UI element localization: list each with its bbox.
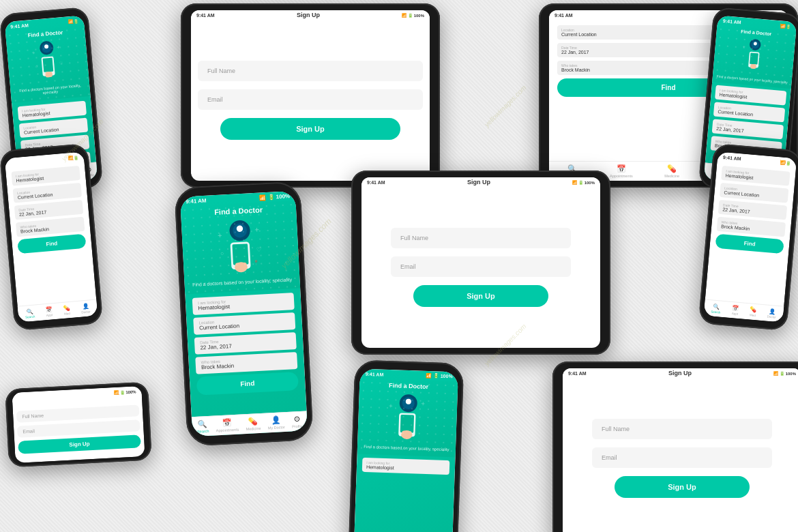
email-input[interactable]: Email	[198, 89, 423, 110]
svg-rect-4	[42, 58, 53, 72]
svg-text:○: ○	[35, 65, 38, 69]
signup-btn-10[interactable]: Sign Up	[615, 476, 750, 498]
fullname-input-7[interactable]: Full Name	[391, 228, 571, 248]
device-10-tablet-signup: 9:41 AM Sign Up 📶 🔋 100% Full Name Email…	[552, 361, 798, 532]
device-2-tablet-signup: 9:41 AM Sign Up 📶 🔋 100% Full Name Email…	[181, 3, 440, 188]
svg-rect-36	[400, 415, 413, 433]
device-9-phone-landscape-signup: . 📶 🔋 100% Full Name Email Sign Up	[5, 382, 152, 468]
email-10[interactable]: Email	[592, 447, 772, 468]
dt-11: Date Time 22 Jan, 2017	[718, 200, 787, 220]
svg-rect-15	[750, 53, 758, 64]
svg-text:+: +	[763, 43, 767, 48]
device-7-tablet-signup: 9:41 AM Sign Up 📶 🔋 100% Full Name Email…	[351, 171, 610, 355]
loc-6: Location Current Location	[193, 312, 295, 335]
dt-6: Date Time 22 Jan, 2017	[194, 332, 297, 355]
svg-text:♡: ♡	[59, 61, 63, 65]
find-btn-5[interactable]: Find	[17, 234, 86, 254]
svg-text:+: +	[56, 44, 60, 50]
svg-text:📍: 📍	[252, 259, 259, 266]
lf-5: I am looking for Hematologist	[11, 166, 80, 186]
svg-text:+: +	[254, 225, 259, 233]
svg-text:+: +	[31, 50, 35, 56]
doctor-illustration: + + ○ ♡	[27, 38, 68, 83]
doctor-illustration-6: + + ○ ♡ 📍	[211, 218, 269, 275]
doctor-illustration-4: + +	[737, 36, 771, 73]
device-8-phone-teal: 9:41 AM 📶 🔋 100% Find a Doctor + + F	[348, 359, 464, 532]
svg-text:○: ○	[220, 250, 224, 256]
find-btn-11[interactable]: Find	[715, 234, 784, 254]
svg-rect-26	[235, 263, 247, 271]
status-bar-2: 9:41 AM Sign Up 📶 🔋 100%	[191, 10, 430, 20]
svg-rect-6	[45, 72, 53, 78]
wt-6: Who takes Brock Mackin	[195, 352, 297, 374]
svg-text:+: +	[421, 400, 425, 407]
svg-text:+: +	[217, 231, 222, 239]
loc-11: Location Current Location	[720, 183, 788, 203]
svg-text:♡: ♡	[256, 246, 261, 253]
device-6-big-phone-teal: 9:41 AM 📶 🔋 100% Find a Doctor + + ○	[174, 181, 314, 446]
lf-6: I am looking for Hematologist	[192, 293, 295, 315]
doctor-illustration-8: + +	[385, 392, 430, 441]
svg-text:+: +	[389, 402, 393, 409]
svg-rect-17	[750, 64, 756, 69]
loc-5: Location Current Location	[13, 183, 82, 203]
status-bar-10: 9:41 AM Sign Up 📶 🔋 100%	[563, 368, 798, 378]
device-11-phone-search: 9:41 AM 📶 🔋 I am looking for Hematologis…	[698, 143, 798, 331]
lf-11: I am looking for Hematologist	[721, 166, 790, 186]
svg-text:+: +	[742, 44, 745, 49]
signup-button[interactable]: Sign Up	[220, 118, 400, 140]
wt-11: Who takes Brock Mackin	[717, 217, 786, 237]
fullname-input[interactable]: Full Name	[198, 61, 423, 81]
device-5-phone-search: . 📶 🔋 I am looking for Hematologist Loca…	[0, 143, 103, 331]
signup-btn-7[interactable]: Sign Up	[413, 285, 548, 307]
lf-8: I am looking for Hematologist	[362, 458, 450, 475]
signup-form: Full Name Email Sign Up	[191, 20, 430, 181]
svg-rect-24	[232, 243, 248, 265]
fullname-10[interactable]: Full Name	[592, 419, 772, 439]
email-input-7[interactable]: Email	[391, 256, 571, 277]
status-bar-7: 9:41 AM Sign Up 📶 🔋 100%	[361, 177, 600, 187]
find-btn-6[interactable]: Find	[196, 372, 299, 396]
svg-rect-38	[401, 430, 411, 437]
signup-btn-9[interactable]: Sign Up	[18, 434, 141, 454]
